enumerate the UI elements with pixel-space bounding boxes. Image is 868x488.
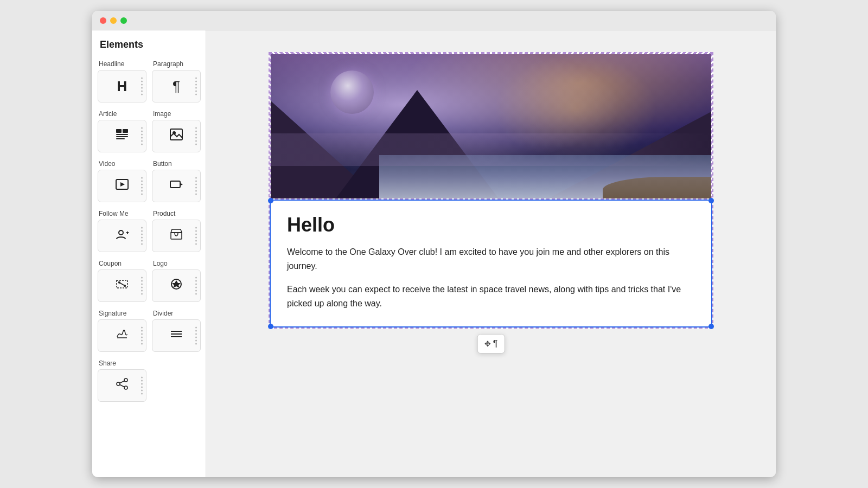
fog: [271, 133, 711, 166]
video-tile[interactable]: [98, 170, 146, 202]
article-tile[interactable]: [98, 120, 146, 152]
divider-group: Divider: [152, 310, 201, 352]
button-icon: [170, 178, 183, 194]
button-group: Button: [152, 160, 201, 202]
svg-line-26: [120, 381, 124, 383]
svg-line-27: [120, 385, 124, 387]
headline-icon: H: [117, 78, 127, 95]
coupon-tile[interactable]: [98, 269, 146, 302]
minimize-button[interactable]: [110, 17, 117, 24]
article-group: Article: [98, 110, 146, 152]
product-icon: [170, 228, 183, 243]
article-drag: [141, 127, 143, 145]
video-group: Video: [98, 160, 146, 202]
divider-icon: [170, 328, 183, 343]
content-area[interactable]: Hello Welcome to the One Galaxy Over clu…: [206, 30, 776, 477]
svg-rect-2: [116, 136, 128, 137]
signature-icon: [116, 328, 129, 343]
image-group: Image: [152, 110, 201, 152]
email-headline: Hello: [287, 214, 695, 236]
headline-drag: [141, 78, 143, 95]
headline-label: Headline: [98, 60, 146, 68]
coupon-group: Coupon: [98, 260, 146, 302]
email-paragraph-2: Each week you can expect to receive the …: [287, 282, 695, 310]
svg-marker-18: [172, 280, 181, 288]
paragraph-label: Paragraph: [152, 60, 201, 68]
paragraph-group: Paragraph ¶: [152, 60, 201, 102]
divider-drag: [195, 327, 197, 345]
divider-label: Divider: [152, 310, 201, 317]
logo-label: Logo: [152, 260, 201, 267]
followme-group: Follow Me: [98, 210, 146, 252]
followme-drag: [141, 227, 143, 245]
followme-icon: [116, 228, 129, 243]
logo-group: Logo: [152, 260, 201, 302]
share-label: Share: [98, 359, 146, 367]
share-tile[interactable]: [98, 369, 146, 402]
email-paragraph-1: Welcome to the One Galaxy Over club! I a…: [287, 245, 695, 273]
hero-image[interactable]: [270, 53, 712, 200]
divider-tile[interactable]: [152, 319, 201, 352]
article-icon: [116, 129, 129, 144]
titlebar: [92, 11, 776, 30]
headline-group: Headline H: [98, 60, 146, 102]
svg-point-15: [118, 281, 120, 284]
resize-handle-tl[interactable]: [268, 198, 273, 203]
image-drag: [195, 127, 197, 145]
svg-point-24: [117, 382, 120, 386]
video-icon: [116, 178, 129, 194]
sidebar-title: Elements: [98, 39, 200, 50]
button-tile[interactable]: [152, 170, 201, 202]
move-icon: ✥: [484, 339, 491, 348]
resize-handle-bl[interactable]: [268, 324, 273, 329]
paragraph-icon: ¶: [173, 78, 180, 95]
svg-rect-4: [123, 129, 128, 133]
headline-tile[interactable]: H: [98, 70, 146, 102]
elements-grid: Headline H Paragraph ¶: [98, 60, 200, 402]
svg-marker-8: [120, 182, 125, 187]
product-label: Product: [152, 210, 201, 217]
resize-handle-tr[interactable]: [709, 198, 714, 203]
signature-label: Signature: [98, 310, 146, 317]
text-content-block[interactable]: Hello Welcome to the One Galaxy Over clu…: [270, 200, 712, 328]
logo-tile[interactable]: [152, 269, 201, 302]
svg-point-10: [119, 230, 123, 235]
video-label: Video: [98, 160, 146, 168]
sidebar: Elements Headline H Paragraph: [92, 30, 206, 477]
image-tile[interactable]: [152, 120, 201, 152]
followme-label: Follow Me: [98, 210, 146, 217]
share-icon: [116, 378, 129, 393]
image-icon: [170, 129, 183, 144]
svg-rect-9: [170, 181, 180, 188]
coupon-icon: [116, 278, 129, 293]
svg-point-16: [124, 285, 126, 287]
svg-point-25: [124, 386, 127, 389]
svg-point-23: [124, 378, 127, 382]
logo-drag: [195, 277, 197, 295]
floating-toolbar[interactable]: ✥ ¶: [477, 334, 505, 354]
toolbar-paragraph-icon: ¶: [493, 339, 498, 349]
product-drag: [195, 227, 197, 245]
signature-tile[interactable]: [98, 319, 146, 352]
paragraph-tile[interactable]: ¶: [152, 70, 201, 102]
email-canvas: Hello Welcome to the One Galaxy Over clu…: [269, 52, 713, 329]
main-window: Elements Headline H Paragraph: [92, 11, 776, 477]
signature-drag: [141, 327, 143, 345]
svg-rect-0: [116, 129, 122, 133]
product-group: Product: [152, 210, 201, 252]
button-label: Button: [152, 160, 201, 168]
close-button[interactable]: [100, 17, 106, 24]
coupon-drag: [141, 277, 143, 295]
article-label: Article: [98, 110, 146, 118]
followme-tile[interactable]: [98, 220, 146, 252]
email-body: Welcome to the One Galaxy Over club! I a…: [287, 245, 695, 310]
maximize-button[interactable]: [120, 17, 127, 24]
paragraph-drag: [195, 78, 197, 95]
resize-handle-br[interactable]: [709, 324, 714, 329]
logo-icon: [170, 278, 183, 293]
product-tile[interactable]: [152, 220, 201, 252]
coupon-label: Coupon: [98, 260, 146, 267]
svg-rect-1: [116, 134, 128, 135]
signature-group: Signature: [98, 310, 146, 352]
svg-rect-3: [116, 138, 125, 139]
